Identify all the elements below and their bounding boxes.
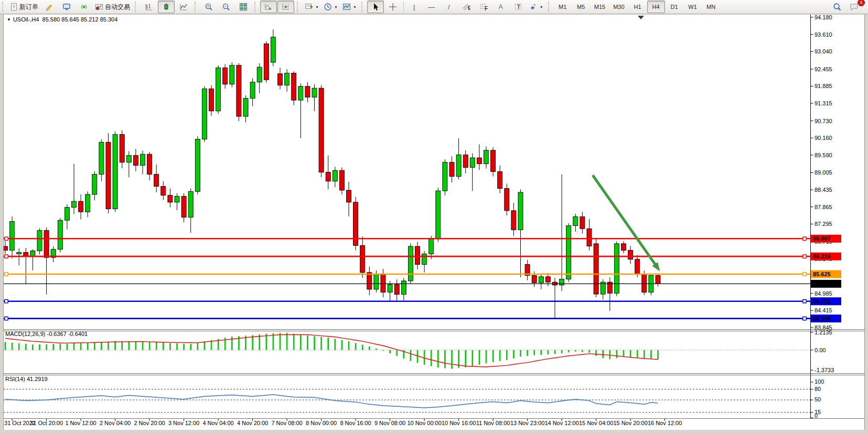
autotrading-button[interactable]: 自动交易 bbox=[93, 1, 132, 13]
time-label: 4 Nov 04:00 bbox=[202, 420, 233, 426]
autotrading-icon bbox=[95, 3, 103, 11]
candle-body bbox=[560, 279, 564, 285]
crosshair-tool-button[interactable] bbox=[384, 1, 401, 13]
candle-body bbox=[147, 154, 152, 174]
line-anchor[interactable] bbox=[803, 300, 806, 303]
macd-axis-label: -1.3733 bbox=[815, 367, 834, 373]
line-anchor[interactable] bbox=[803, 273, 806, 276]
time-label: 15 Nov 20:00 bbox=[613, 420, 647, 426]
timeframe-button-MN[interactable]: MN bbox=[702, 1, 720, 13]
vertical-line-tool-button[interactable]: | bbox=[406, 1, 423, 13]
timeframe-button-H1[interactable]: H1 bbox=[629, 1, 647, 13]
candle-body bbox=[436, 191, 441, 239]
candle-body bbox=[401, 281, 406, 295]
candle-body bbox=[443, 162, 447, 191]
line-anchor[interactable] bbox=[803, 317, 806, 320]
text-tool-button[interactable]: A bbox=[492, 1, 509, 13]
candle-body bbox=[58, 220, 62, 249]
line-anchor[interactable] bbox=[5, 255, 8, 258]
chat-button[interactable]: 1 bbox=[846, 1, 863, 13]
candle-body bbox=[429, 239, 434, 254]
line-anchor[interactable] bbox=[5, 273, 8, 276]
new-order-button[interactable]: 新订单 bbox=[8, 1, 40, 13]
timeframe-button-D1[interactable]: D1 bbox=[666, 1, 683, 13]
candle-body bbox=[44, 231, 49, 258]
horizontal-line-tool-button[interactable]: — bbox=[423, 1, 440, 13]
metaeditor-button[interactable] bbox=[41, 1, 58, 13]
toolbar-drag-handle[interactable] bbox=[135, 2, 138, 12]
candle-body bbox=[223, 68, 228, 84]
timeframe-button-H4[interactable]: H4 bbox=[647, 1, 665, 13]
svg-text:84.148: 84.148 bbox=[813, 316, 831, 322]
trendline-icon: / bbox=[448, 4, 450, 10]
collapse-triangle-icon: ▼ bbox=[7, 17, 11, 22]
terminal-button[interactable] bbox=[58, 1, 75, 13]
new-chart-button[interactable]: ▼ bbox=[303, 1, 321, 13]
rsi-axis-label: 0 bbox=[815, 413, 818, 419]
time-axis[interactable]: 31 Oct 202231 Oct 20:001 Nov 12:002 Nov … bbox=[4, 419, 682, 426]
cursor-tool-button[interactable] bbox=[367, 1, 384, 13]
timeframe-button-M5[interactable]: M5 bbox=[572, 1, 590, 13]
toolbar-drag-handle[interactable] bbox=[195, 2, 198, 12]
candle-body bbox=[99, 142, 104, 174]
equidistant-channel-tool-button[interactable]: E bbox=[458, 1, 475, 13]
chart-canvas[interactable]: 94.18093.61093.04092.45591.88591.31590.7… bbox=[0, 15, 868, 430]
auto-scroll-icon bbox=[264, 3, 273, 11]
candle-body bbox=[573, 216, 578, 225]
zoom-out-icon bbox=[222, 3, 231, 11]
toolbar-drag-handle[interactable] bbox=[254, 2, 258, 12]
line-anchor[interactable] bbox=[803, 237, 806, 240]
line-anchor[interactable] bbox=[803, 255, 806, 258]
dropdown-caret-icon: ▼ bbox=[334, 5, 338, 9]
text-label-tool-button[interactable]: T bbox=[510, 1, 527, 13]
periods-button[interactable]: ▼ bbox=[322, 1, 340, 13]
signals-button[interactable] bbox=[76, 1, 92, 13]
fibonacci-tool-button[interactable]: F bbox=[475, 1, 492, 13]
toolbar-separator bbox=[403, 2, 404, 12]
timeframe-button-M1[interactable]: M1 bbox=[554, 1, 572, 13]
timeframe-button-W1[interactable]: W1 bbox=[684, 1, 702, 13]
zoom-in-button[interactable] bbox=[200, 1, 217, 13]
candle-body bbox=[161, 186, 166, 195]
timeframe-button-M15[interactable]: M15 bbox=[591, 1, 609, 13]
bar-chart-mode-button[interactable] bbox=[141, 1, 157, 13]
line-anchor[interactable] bbox=[5, 317, 8, 320]
candlestick-mode-button[interactable] bbox=[158, 1, 175, 13]
tile-windows-button[interactable] bbox=[235, 1, 252, 13]
time-label: 15 Nov 04:00 bbox=[579, 420, 613, 426]
arrows-tool-button[interactable]: ▼ bbox=[527, 1, 545, 13]
timeframe-button-M30[interactable]: M30 bbox=[609, 1, 628, 13]
candle-body bbox=[298, 86, 303, 100]
time-label: 31 Oct 20:00 bbox=[30, 420, 63, 426]
candle-body bbox=[511, 211, 516, 230]
zoom-out-button[interactable] bbox=[218, 1, 234, 13]
price-label-84.148: 84.148 bbox=[811, 314, 841, 322]
line-anchor[interactable] bbox=[5, 237, 8, 240]
candle-body bbox=[518, 192, 523, 230]
auto-scroll-button[interactable] bbox=[260, 1, 277, 13]
candle-body bbox=[10, 221, 15, 250]
time-label: 11 Nov 08:00 bbox=[476, 420, 510, 426]
search-button[interactable] bbox=[829, 1, 845, 13]
line-chart-mode-button[interactable] bbox=[175, 1, 192, 13]
candle-body bbox=[237, 66, 241, 116]
candle-body bbox=[381, 274, 385, 292]
candle-body bbox=[532, 276, 537, 283]
candle-body bbox=[539, 277, 543, 283]
candle-body bbox=[37, 231, 42, 251]
toolbar-drag-handle[interactable] bbox=[361, 2, 365, 12]
templates-button[interactable]: ▼ bbox=[340, 1, 359, 13]
toolbar-drag-handle[interactable] bbox=[2, 2, 6, 12]
toolbar-drag-handle[interactable] bbox=[297, 2, 301, 12]
trendline-tool-button[interactable]: / bbox=[441, 1, 457, 13]
price-tick-label: 92.455 bbox=[815, 66, 832, 72]
svg-text:T: T bbox=[517, 4, 520, 10]
candle-body bbox=[106, 142, 111, 209]
chart-shift-button[interactable] bbox=[277, 1, 294, 13]
macd-axis-label: 1.2135 bbox=[815, 329, 832, 335]
toolbar-drag-handle[interactable] bbox=[548, 2, 552, 12]
candle-body bbox=[422, 254, 427, 264]
autotrading-label: 自动交易 bbox=[105, 3, 130, 12]
line-anchor[interactable] bbox=[5, 300, 8, 303]
crosshair-icon bbox=[389, 3, 397, 11]
